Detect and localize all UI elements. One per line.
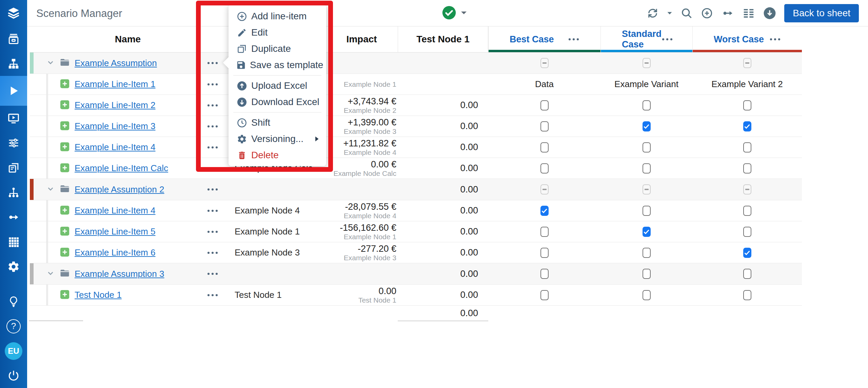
case-checkbox[interactable]	[743, 206, 751, 216]
sidebar-item-account[interactable]: EU	[0, 339, 27, 363]
row-link[interactable]: Example Line-Item 5	[75, 226, 155, 237]
case-checkbox[interactable]	[743, 290, 751, 300]
sidebar-item-help[interactable]: ?	[0, 314, 27, 339]
status-dropdown[interactable]	[442, 5, 467, 21]
case-checkbox[interactable]	[540, 142, 549, 152]
search-icon[interactable]	[680, 7, 693, 19]
case-checkbox[interactable]	[743, 227, 751, 237]
case-checkbox[interactable]	[643, 248, 651, 258]
case-checkbox[interactable]	[643, 121, 651, 131]
row-menu-button[interactable]	[199, 263, 226, 284]
row-menu-button[interactable]	[199, 200, 226, 221]
case-checkbox[interactable]	[643, 269, 651, 279]
row-menu-button[interactable]	[199, 116, 226, 137]
row-menu-button[interactable]	[199, 137, 226, 158]
row-menu-button[interactable]	[199, 95, 226, 116]
case-checkbox[interactable]	[743, 269, 751, 279]
sidebar-item-flow[interactable]	[0, 205, 27, 229]
case-column-label[interactable]: Standard Case	[622, 29, 662, 50]
row-menu-button[interactable]	[199, 221, 226, 242]
row-link[interactable]: Example Line-Item 1	[75, 79, 155, 89]
case-checkbox[interactable]	[743, 58, 751, 68]
menu-item-download-excel[interactable]: Download Excel	[229, 94, 326, 110]
menu-item-duplicate[interactable]: Duplicate	[229, 41, 326, 57]
sidebar-item-grid[interactable]	[0, 229, 27, 254]
case-checkbox[interactable]	[643, 58, 651, 68]
sidebar-item-logout[interactable]	[0, 363, 27, 388]
case-column-menu-button[interactable]	[769, 36, 781, 42]
row-menu-button[interactable]	[199, 53, 226, 74]
case-checkbox[interactable]	[540, 58, 549, 68]
menu-item-edit[interactable]: Edit	[229, 24, 326, 41]
zoom-in-icon[interactable]	[701, 7, 713, 19]
collapse-chevron-icon[interactable]	[46, 269, 55, 279]
case-column-menu-button[interactable]	[662, 36, 673, 42]
row-menu-button[interactable]	[199, 158, 226, 179]
menu-item-upload-excel[interactable]: Upload Excel	[229, 78, 326, 94]
case-checkbox[interactable]	[540, 121, 549, 131]
row-link[interactable]: Example Line-Item 3	[75, 121, 155, 131]
sidebar-item-network[interactable]	[0, 180, 27, 205]
case-checkbox[interactable]	[643, 100, 651, 110]
row-link[interactable]: Example Line-Item 4	[75, 205, 155, 216]
row-link[interactable]: Example Assumption 3	[75, 269, 164, 279]
sidebar-item-settings-sliders[interactable]	[0, 130, 27, 155]
case-checkbox[interactable]	[743, 121, 751, 131]
case-checkbox[interactable]	[540, 248, 549, 258]
case-checkbox[interactable]	[540, 269, 549, 279]
collapse-chevron-icon[interactable]	[46, 184, 55, 195]
sidebar-item-archive[interactable]	[0, 26, 27, 51]
row-link[interactable]: Example Line-Item 4	[75, 142, 155, 152]
row-link[interactable]: Example Line-Item Calc	[75, 163, 168, 173]
case-checkbox[interactable]	[743, 163, 751, 173]
menu-item-versioning[interactable]: Versioning...	[229, 131, 326, 147]
case-column-menu-button[interactable]	[568, 36, 579, 42]
row-link[interactable]: Example Line-Item 2	[75, 100, 155, 110]
menu-item-save-as-template[interactable]: Save as template	[229, 57, 326, 73]
row-link[interactable]: Example Assumption 2	[75, 184, 164, 195]
row-link[interactable]: Example Assumption	[75, 58, 157, 68]
case-checkbox[interactable]	[743, 248, 751, 258]
case-checkbox[interactable]	[540, 227, 549, 237]
menu-item-add-line-item[interactable]: Add line-item	[229, 8, 326, 24]
collapse-chevron-icon[interactable]	[46, 58, 55, 68]
jump-arrow-icon[interactable]	[721, 7, 734, 20]
case-checkbox[interactable]	[540, 290, 549, 300]
download-icon[interactable]	[763, 7, 776, 20]
case-checkbox[interactable]	[643, 227, 651, 237]
case-checkbox[interactable]	[540, 184, 549, 195]
row-link[interactable]: Example Line-Item 6	[75, 247, 155, 258]
case-checkbox[interactable]	[540, 206, 549, 216]
case-checkbox[interactable]	[743, 100, 751, 110]
sidebar-item-presentation[interactable]	[0, 106, 27, 130]
row-link[interactable]: Test Node 1	[75, 290, 122, 300]
case-checkbox[interactable]	[643, 206, 651, 216]
refresh-icon[interactable]	[647, 7, 659, 19]
case-column-label[interactable]: Worst Case	[714, 34, 764, 45]
row-menu-button[interactable]	[199, 285, 226, 305]
sidebar-item-ideas[interactable]	[0, 289, 27, 314]
case-checkbox[interactable]	[743, 142, 751, 152]
app-logo-icon[interactable]	[0, 0, 27, 26]
refresh-caret-icon[interactable]	[667, 11, 672, 15]
case-checkbox[interactable]	[540, 100, 549, 110]
list-icon[interactable]	[742, 7, 755, 20]
sidebar-item-reports[interactable]	[0, 155, 27, 180]
impact-node-label: Test Node 1	[358, 296, 396, 304]
row-menu-button[interactable]	[199, 242, 226, 263]
row-menu-button[interactable]	[199, 179, 226, 200]
row-menu-button[interactable]	[199, 74, 226, 95]
case-checkbox[interactable]	[643, 163, 651, 173]
case-checkbox[interactable]	[540, 163, 549, 173]
menu-item-shift[interactable]: Shift	[229, 115, 326, 131]
sidebar-item-hierarchy[interactable]	[0, 51, 27, 76]
sidebar-item-gear[interactable]	[0, 254, 27, 279]
menu-item-delete[interactable]: Delete	[229, 147, 326, 163]
case-checkbox[interactable]	[643, 290, 651, 300]
back-to-sheet-button[interactable]: Back to sheet	[784, 4, 859, 22]
case-checkbox[interactable]	[743, 184, 751, 195]
case-checkbox[interactable]	[643, 184, 651, 195]
case-checkbox[interactable]	[643, 142, 651, 152]
sidebar-item-scenarios[interactable]	[0, 76, 27, 106]
case-column-label[interactable]: Best Case	[510, 34, 554, 45]
